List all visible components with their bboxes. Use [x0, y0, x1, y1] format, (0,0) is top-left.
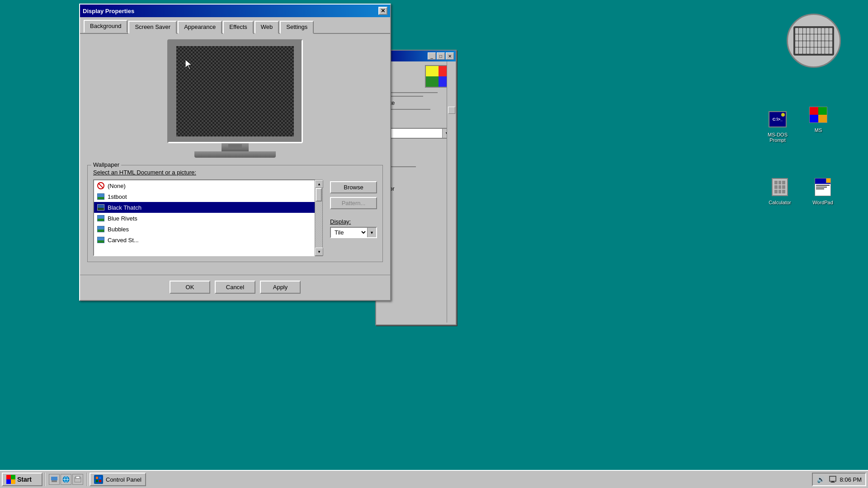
- quick-launch-icon-3[interactable]: [72, 474, 83, 485]
- display-dropdown-wrapper[interactable]: Tile Center Stretch ▼: [330, 227, 377, 238]
- tab-screen-saver[interactable]: Screen Saver: [128, 21, 177, 34]
- list-item[interactable]: 1stboot: [94, 191, 322, 202]
- quick-launch-icon-1[interactable]: [49, 474, 60, 485]
- wallpaper-list-scrollbar[interactable]: ▲ ▼: [315, 179, 323, 256]
- list-item[interactable]: (None): [94, 180, 322, 191]
- display-properties-dialog: Display Properties ✕ Background Screen S…: [79, 4, 391, 301]
- svg-rect-12: [96, 480, 98, 482]
- tab-settings[interactable]: Settings: [280, 21, 314, 34]
- list-item-selected[interactable]: Black Thatch: [94, 202, 322, 213]
- display-dropdown[interactable]: Tile Center Stretch: [331, 228, 367, 237]
- wallpaper-legend: Wallpaper: [91, 161, 121, 168]
- taskbar-divider-2: [87, 473, 88, 486]
- taskbar-time: 8:06 PM: [840, 476, 862, 483]
- taskbar: Start: [0, 470, 868, 488]
- monitor-body: [167, 39, 303, 143]
- scroll-thumb[interactable]: [316, 188, 322, 202]
- thatch-pattern: [176, 46, 294, 136]
- monitor-preview-container: [87, 39, 383, 158]
- browse-button[interactable]: Browse: [330, 181, 377, 193]
- dropdown-arrow-icon[interactable]: ▼: [367, 228, 376, 237]
- monitor-screen: [176, 46, 294, 136]
- preview-cursor-icon: [185, 60, 193, 71]
- dialog-footer: OK Cancel Apply: [80, 275, 390, 300]
- taskbar-tray: 🔊 8:06 PM: [812, 473, 866, 486]
- control-panel-taskbar-icon: [94, 475, 103, 484]
- tab-effects[interactable]: Effects: [223, 21, 254, 34]
- wallpaper-group: Wallpaper Select an HTML Document or a p…: [87, 165, 383, 262]
- svg-rect-11: [99, 477, 101, 479]
- wallpaper-list-container: (None) 1stboot: [93, 179, 323, 256]
- scroll-up-arrow[interactable]: ▲: [315, 180, 323, 188]
- tab-bar: Background Screen Saver Appearance Effec…: [80, 17, 390, 34]
- wallpaper-icon: [97, 203, 105, 211]
- quick-launch: [47, 474, 85, 485]
- desktop: C:\>_ MS-DOSPrompt MS: [0, 0, 868, 470]
- dialog-title: Display Properties: [83, 8, 134, 14]
- bg-win-minimize[interactable]: _: [428, 52, 436, 60]
- list-item[interactable]: Bubbles: [94, 224, 322, 235]
- dialog-titlebar: Display Properties ✕: [80, 5, 390, 17]
- taskbar-item-control-panel[interactable]: Control Panel: [90, 473, 146, 486]
- wallpaper-list[interactable]: (None) 1stboot: [93, 179, 323, 256]
- svg-rect-13: [99, 480, 101, 482]
- windows-logo-icon: [6, 475, 15, 484]
- ms-color-icon[interactable]: MS: [800, 104, 836, 133]
- wallpaper-buttons-panel: Browse Pattern... Display: Tile Center S…: [330, 179, 377, 238]
- wallpaper-icon: [97, 214, 105, 222]
- quick-launch-icon-2[interactable]: [61, 474, 71, 485]
- svg-rect-9: [76, 477, 79, 478]
- monitor-stand: [222, 143, 249, 151]
- dialog-close-button[interactable]: ✕: [378, 7, 387, 15]
- list-item[interactable]: Blue Rivets: [94, 213, 322, 224]
- bg-win-maximize[interactable]: □: [437, 52, 445, 60]
- scroll-thumb-area[interactable]: [315, 188, 322, 248]
- svg-rect-16: [830, 482, 835, 483]
- wordpad-icon[interactable]: WordPad: [805, 176, 841, 205]
- dialog-body: Wallpaper Select an HTML Document or a p…: [80, 34, 390, 275]
- apply-button[interactable]: Apply: [260, 281, 301, 294]
- monitor-base: [194, 151, 276, 158]
- monitor-preview: [167, 39, 303, 158]
- tray-volume-icon[interactable]: 🔊: [816, 475, 826, 484]
- svg-rect-1: [52, 480, 57, 482]
- list-item[interactable]: Carved St...: [94, 235, 322, 245]
- tray-display-icon[interactable]: [828, 475, 837, 484]
- keyboard-circle-icon: [787, 14, 841, 68]
- svg-marker-0: [185, 60, 192, 70]
- tab-appearance[interactable]: Appearance: [178, 21, 222, 34]
- ok-button[interactable]: OK: [170, 281, 210, 294]
- taskbar-divider: [44, 473, 45, 486]
- cancel-button[interactable]: Cancel: [215, 281, 255, 294]
- wallpaper-icon: [97, 236, 105, 244]
- svg-rect-14: [830, 476, 836, 481]
- svg-rect-3: [51, 477, 57, 480]
- wallpaper-icon: [97, 192, 105, 201]
- msdos-prompt-icon[interactable]: C:\>_ MS-DOSPrompt: [760, 108, 796, 143]
- tab-web[interactable]: Web: [255, 21, 279, 34]
- svg-rect-15: [831, 481, 834, 482]
- wallpaper-content: (None) 1stboot: [93, 179, 377, 256]
- scroll-down-arrow[interactable]: ▼: [315, 248, 323, 256]
- bg-win-close[interactable]: ✕: [446, 52, 454, 60]
- calculator-icon[interactable]: Calculator: [762, 176, 798, 205]
- tab-background[interactable]: Background: [84, 20, 127, 33]
- svg-rect-10: [96, 477, 98, 479]
- start-button[interactable]: Start: [2, 473, 42, 486]
- display-section: Display: Tile Center Stretch ▼: [330, 218, 377, 238]
- wallpaper-icon: [97, 225, 105, 233]
- none-icon: [97, 182, 105, 190]
- pattern-button[interactable]: Pattern...: [330, 197, 377, 209]
- wallpaper-select-label: Select an HTML Document or a picture:: [93, 169, 377, 176]
- display-label: Display:: [330, 218, 377, 225]
